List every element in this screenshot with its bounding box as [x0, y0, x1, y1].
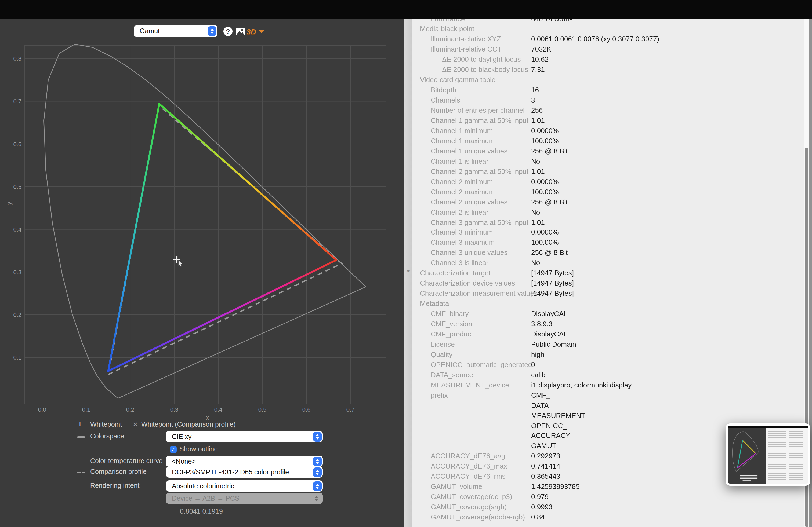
save-image-button[interactable] — [236, 28, 245, 35]
property-value: 1.01 — [531, 116, 545, 125]
property-row: Illuminant-relative CCT7032K — [412, 45, 804, 54]
view-3d-button[interactable]: 3D — [246, 27, 264, 36]
show-outline-checkbox[interactable]: ✓ — [170, 446, 177, 453]
mouse-cursor-icon — [178, 260, 183, 267]
property-row: Channel 1 minimum0.0000% — [412, 126, 804, 135]
y-axis-label: y — [6, 201, 13, 205]
property-value: 256 @ 8 Bit — [531, 147, 568, 156]
property-value: 0.0000% — [531, 177, 559, 186]
property-value: 1.42593893785 — [531, 482, 580, 491]
screenshot-thumbnail[interactable] — [726, 423, 810, 486]
thumbnail-gamut-chart — [728, 428, 766, 483]
help-icon: ? — [226, 28, 230, 35]
show-outline-row: ✓ Show outline — [170, 445, 218, 453]
x-tick-label: 0.3 — [170, 406, 178, 413]
property-label: Channel 3 unique values — [431, 248, 508, 257]
property-row: Channel 3 maximum100.00% — [412, 238, 804, 247]
property-label: Video card gamma table — [420, 75, 495, 84]
property-value: 1.01 — [531, 217, 545, 227]
property-value: DATA_ — [531, 401, 553, 410]
property-value: 100.00% — [531, 187, 559, 196]
property-row: Channel 1 is linearNo — [412, 157, 804, 166]
property-value: 100.00% — [531, 136, 559, 146]
property-row: Channel 3 minimum0.0000% — [412, 228, 804, 237]
property-value: Public Domain — [531, 340, 576, 349]
property-row: DATA_ — [412, 401, 804, 410]
property-label: CMF_product — [431, 330, 473, 338]
property-row: Bitdepth16 — [412, 85, 804, 94]
property-value: 0.84 — [531, 512, 545, 522]
chromaticity-chart[interactable]: 0.00.10.20.30.40.50.60.70.10.20.30.40.50… — [0, 19, 404, 420]
property-label: Channels — [431, 95, 460, 105]
property-label: Characterization measurement values — [420, 289, 538, 298]
property-label: Illuminant-relative XYZ — [431, 35, 501, 44]
rendering-intent-select[interactable]: Absolute colorimetric — [166, 480, 323, 492]
select-stepper-icon — [313, 481, 322, 491]
property-row: ΔE 2000 to daylight locus10.62 — [412, 55, 804, 64]
property-row: Channel 3 is linearNo — [412, 258, 804, 268]
property-value: 7032K — [531, 45, 551, 54]
property-value: 7.31 — [531, 65, 545, 74]
plus-marker-icon: + — [77, 419, 83, 430]
colorspace-select[interactable]: CIE xy — [166, 431, 323, 442]
property-label: ACCURACY_dE76_max — [431, 462, 507, 471]
x-tick-label: 0.0 — [38, 406, 46, 413]
thumbnail-topbar — [728, 425, 808, 428]
property-value: ACCURACY_ — [531, 431, 574, 440]
property-row: Channel 1 gamma at 50% input1.01 — [412, 116, 804, 125]
select-stepper-icon — [208, 26, 216, 36]
property-row: prefixCMF_ — [412, 390, 804, 400]
property-value: 3 — [531, 95, 535, 105]
y-tick-label: 0.2 — [13, 312, 21, 318]
x-tick-label: 0.1 — [82, 406, 90, 413]
property-label: Channel 2 minimum — [431, 177, 493, 186]
property-value: 0.9993 — [531, 502, 553, 511]
gamut-view-panel: Gamut ? 3D 0.00.10.20.30.40.50.60.70.10.… — [0, 0, 404, 527]
property-row: Media black point — [412, 25, 804, 33]
property-label: Characterization device values — [420, 278, 515, 288]
y-tick-label: 0.5 — [13, 183, 21, 190]
property-value: 0.0000% — [531, 126, 559, 135]
thumbnail-properties — [766, 428, 808, 483]
property-label: License — [431, 340, 455, 349]
show-outline-label: Show outline — [179, 446, 218, 453]
legend-whitepoint-label: Whitepoint — [90, 421, 122, 428]
color-temperature-curve-value: <None> — [166, 457, 313, 465]
property-label: prefix — [431, 390, 448, 400]
select-stepper-icon — [313, 467, 322, 477]
property-row: GAMUT_coverage(srgb)0.9993 — [412, 502, 804, 511]
property-row: GAMUT_coverage(adobe-rgb)0.84 — [412, 512, 804, 522]
property-value: 256 — [531, 106, 543, 115]
property-label: MEASUREMENT_device — [431, 380, 509, 389]
legend-comparison-whitepoint-label: Whitepoint (Comparison profile) — [141, 421, 236, 428]
color-temperature-curve-select[interactable]: <None> — [166, 456, 323, 467]
y-tick-label: 0.8 — [13, 55, 21, 62]
plot-border — [25, 45, 386, 404]
comparison-profile-select[interactable]: DCI-P3/SMPTE-431-2 D65 color profile — [166, 466, 323, 478]
property-value: No — [531, 157, 540, 166]
property-row: Channel 2 gamma at 50% input1.01 — [412, 167, 804, 176]
help-button[interactable]: ? — [223, 27, 233, 36]
property-value: i1 displaypro, colormunki display — [531, 380, 632, 389]
rendering-intent-label: Rendering intent — [90, 480, 139, 492]
property-value: 256 @ 8 Bit — [531, 197, 568, 206]
display-gamut-edge — [159, 104, 336, 260]
colorspace-label: Colorspace — [90, 431, 124, 442]
property-label: GAMUT_coverage(dci-p3) — [431, 492, 512, 501]
property-value: 0.979 — [531, 492, 549, 501]
y-tick-label: 0.4 — [13, 226, 21, 233]
property-value: 0.292973 — [531, 452, 560, 461]
image-icon — [236, 28, 245, 35]
property-row: Channel 2 is linearNo — [412, 207, 804, 216]
property-label: ΔE 2000 to daylight locus — [442, 55, 521, 64]
property-row: Number of entries per channel256 — [412, 106, 804, 115]
property-row: MEASUREMENT_devicei1 displaypro, colormu… — [412, 380, 804, 389]
property-label: Channel 3 maximum — [431, 238, 495, 247]
view-type-select[interactable]: Gamut — [134, 25, 218, 37]
y-tick-label: 0.3 — [13, 269, 21, 275]
splitter-handle-icon[interactable]: ◂▸ — [404, 268, 412, 273]
panel-splitter[interactable]: ◂▸ — [404, 0, 412, 527]
property-value: 0.365443 — [531, 472, 560, 481]
property-label: DATA_source — [431, 370, 473, 379]
displaycal-profile-info-window: Gamut ? 3D 0.00.10.20.30.40.50.60.70.10.… — [0, 0, 812, 527]
